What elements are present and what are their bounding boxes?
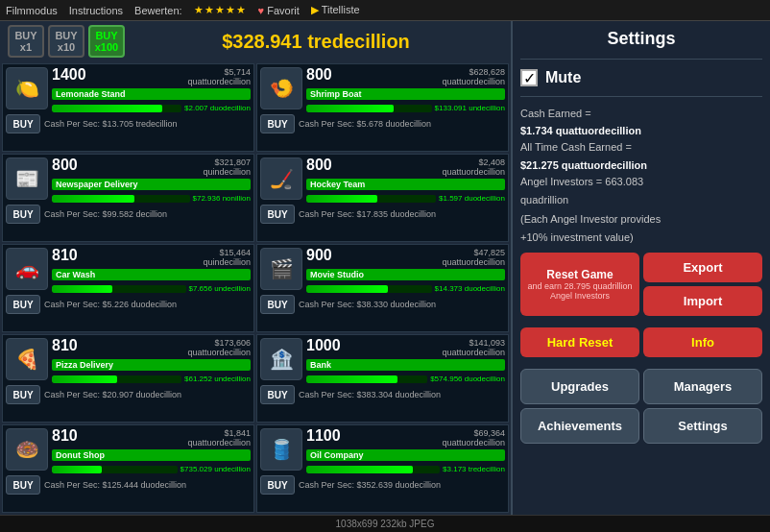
buy-business-button-6[interactable]: BUY: [6, 385, 40, 404]
business-cost-0: $5,714quattuordecillion: [187, 67, 251, 86]
buy-business-button-0[interactable]: BUY: [6, 114, 40, 133]
settings-button[interactable]: Settings: [643, 408, 762, 444]
status-bar: 1038x699 232kb JPEG: [0, 515, 770, 532]
cash-per-sec-0: Cash Per Sec: $13.705 tredecillion: [44, 119, 251, 129]
business-card: 🛢️ 1100 $69,364quattuordecillion Oil Com…: [256, 424, 509, 513]
business-bottom-0: BUY Cash Per Sec: $13.705 tredecillion: [6, 114, 251, 133]
mute-row: ✓ Mute: [520, 69, 762, 86]
buy-x10-button[interactable]: BUY x10: [48, 25, 84, 58]
business-info-4: 810 $15,464quindecillion Car Wash $7.656…: [52, 248, 251, 293]
action-buttons: Reset Game and earn 28.795 quadrillion A…: [520, 253, 762, 316]
buy-x100-button[interactable]: BUY x100: [88, 25, 125, 58]
business-top-4: 🚗 810 $15,464quindecillion Car Wash $7.6…: [6, 248, 251, 293]
buy-business-button-7[interactable]: BUY: [260, 385, 295, 404]
business-icon-4: 🚗: [6, 248, 48, 290]
business-count-5: 900: [306, 248, 332, 263]
buy-business-button-3[interactable]: BUY: [260, 205, 295, 224]
left-panel: BUY x1 BUY x10 BUY x100 $328.941 tredeci…: [0, 21, 511, 515]
titelliste-label[interactable]: ▶ Titelliste: [311, 4, 360, 16]
export-button[interactable]: Export: [643, 253, 762, 282]
angel-desc: (Each Angel Investor provides: [520, 212, 762, 227]
business-count-row-3: 800 $2,408quattuordecillion: [306, 157, 505, 177]
buy-business-button-1[interactable]: BUY: [260, 114, 295, 133]
business-card: 🏦 1000 $141,093quattuordecillion Bank $5…: [256, 334, 509, 423]
business-count-row-0: 1400 $5,714quattuordecillion: [52, 67, 251, 86]
cash-per-sec-9: Cash Per Sec: $352.639 duodecillion: [299, 480, 505, 490]
buy-business-button-2[interactable]: BUY: [6, 205, 40, 224]
all-time-value: $21.275 quattuordecillion: [520, 159, 762, 171]
cash-per-sec-7: Cash Per Sec: $383.304 duodecillion: [299, 390, 505, 399]
stars-rating[interactable]: ★★★★★: [194, 4, 247, 16]
business-progress-label-2: $72.936 nonillion: [193, 194, 252, 203]
business-top-3: 🏒 800 $2,408quattuordecillion Hockey Tea…: [260, 157, 505, 203]
business-count-4: 810: [52, 248, 78, 263]
action-buttons-2: Hard Reset Info: [520, 327, 762, 357]
business-cost-6: $173,606quattuordecillion: [187, 338, 251, 357]
business-progress-fill-3: [306, 195, 377, 203]
business-progress-8: [52, 466, 178, 473]
business-bottom-6: BUY Cash Per Sec: $20.907 duodecillion: [6, 385, 251, 404]
business-progress-label-7: $574.956 duodecillion: [430, 375, 505, 383]
business-progress-label-8: $735.029 undecillion: [180, 465, 251, 473]
business-info-3: 800 $2,408quattuordecillion Hockey Team …: [306, 157, 505, 203]
buy-business-button-5[interactable]: BUY: [260, 295, 295, 314]
business-progress-fill-9: [306, 466, 413, 473]
business-progress-fill-6: [52, 375, 117, 383]
business-icon-2: 📰: [6, 157, 48, 200]
business-icon-9: 🛢️: [260, 428, 302, 471]
buy-business-button-9[interactable]: BUY: [260, 475, 295, 495]
business-progress-label-4: $7.656 undecillion: [189, 284, 252, 293]
business-count-row-7: 1000 $141,093quattuordecillion: [306, 338, 505, 357]
business-top-0: 🍋 1400 $5,714quattuordecillion Lemonade …: [6, 67, 251, 112]
business-count-6: 810: [52, 338, 78, 353]
business-progress-fill-4: [52, 285, 112, 293]
business-progress-6: [52, 375, 181, 383]
cash-per-sec-6: Cash Per Sec: $20.907 duodecillion: [44, 390, 251, 399]
right-panel: Settings ✓ Mute Cash Earned = $1.734 qua…: [511, 21, 770, 515]
business-icon-6: 🍕: [6, 338, 48, 380]
business-info-8: 810 $1,841quattuordecillion Donut Shop $…: [52, 428, 251, 473]
business-name-8: Donut Shop: [52, 449, 251, 461]
business-top-2: 📰 800 $321,807quindecillion Newspaper De…: [6, 157, 251, 203]
info-button[interactable]: Info: [643, 327, 762, 357]
business-progress-label-1: $133.091 undecillion: [435, 104, 505, 112]
business-info-0: 1400 $5,714quattuordecillion Lemonade St…: [52, 67, 251, 112]
all-time-label: All Time Cash Earned =: [520, 140, 762, 155]
business-progress-fill-2: [52, 195, 134, 203]
main-content: BUY x1 BUY x10 BUY x100 $328.941 tredeci…: [0, 21, 770, 515]
buy-business-button-8[interactable]: BUY: [6, 475, 40, 495]
business-top-7: 🏦 1000 $141,093quattuordecillion Bank $5…: [260, 338, 505, 383]
business-progress-7: [306, 375, 427, 383]
business-count-1: 800: [306, 67, 332, 83]
business-progress-fill-8: [52, 466, 102, 473]
mute-checkbox[interactable]: ✓: [520, 69, 538, 86]
buy-x1-button[interactable]: BUY x1: [8, 25, 44, 58]
buy-business-button-4[interactable]: BUY: [6, 295, 40, 314]
managers-button[interactable]: Managers: [643, 369, 762, 404]
upgrades-button[interactable]: Upgrades: [520, 369, 639, 404]
business-bottom-8: BUY Cash Per Sec: $125.444 duodecillion: [6, 475, 251, 495]
business-info-7: 1000 $141,093quattuordecillion Bank $574…: [306, 338, 505, 383]
business-card: 🎬 900 $47,825quattuordecillion Movie Stu…: [256, 244, 509, 332]
business-name-7: Bank: [306, 359, 505, 371]
cash-per-sec-2: Cash Per Sec: $99.582 decillion: [44, 209, 251, 219]
cash-per-sec-8: Cash Per Sec: $125.444 duodecillion: [44, 480, 251, 490]
reset-game-button[interactable]: Reset Game and earn 28.795 quadrillion A…: [520, 253, 639, 316]
import-button[interactable]: Import: [643, 286, 762, 316]
business-card: 🏒 800 $2,408quattuordecillion Hockey Tea…: [256, 154, 509, 242]
business-name-1: Shrimp Boat: [306, 88, 505, 100]
business-count-row-4: 810 $15,464quindecillion: [52, 248, 251, 267]
business-name-0: Lemonade Stand: [52, 88, 251, 100]
business-top-6: 🍕 810 $173,606quattuordecillion Pizza De…: [6, 338, 251, 383]
hard-reset-button[interactable]: Hard Reset: [520, 327, 639, 357]
business-count-9: 1100: [306, 428, 341, 444]
instructions-label[interactable]: Instructions: [69, 5, 123, 16]
business-bottom-2: BUY Cash Per Sec: $99.582 decillion: [6, 205, 251, 224]
business-name-9: Oil Company: [306, 449, 505, 461]
achievements-button[interactable]: Achievements: [520, 408, 639, 444]
film-mode-label[interactable]: Filmmodus: [6, 5, 58, 16]
business-icon-3: 🏒: [260, 157, 302, 200]
business-info-1: 800 $628,628quattuordecillion Shrimp Boa…: [306, 67, 505, 112]
business-bottom-1: BUY Cash Per Sec: $5.678 duodecillion: [260, 114, 505, 133]
favorit-label[interactable]: ♥ Favorit: [258, 5, 300, 16]
